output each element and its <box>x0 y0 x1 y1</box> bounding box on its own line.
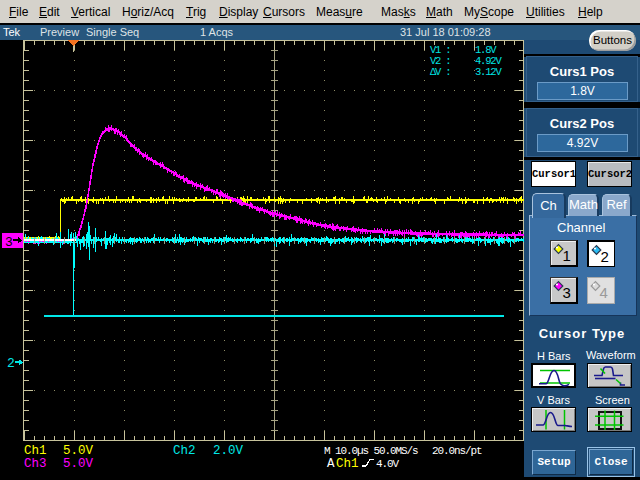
svg-text:Ch1: Ch1 <box>24 444 47 458</box>
svg-text:2.0V: 2.0V <box>213 444 244 458</box>
svg-text:5.0V: 5.0V <box>63 457 94 471</box>
svg-text:5.0V: 5.0V <box>63 444 94 458</box>
svg-text:Ch1: Ch1 <box>336 457 359 471</box>
svg-text:M 10.0µs 50.0MS/s: M 10.0µs 50.0MS/s <box>324 445 418 457</box>
svg-text:Ch2: Ch2 <box>173 444 196 458</box>
svg-text:Ch3: Ch3 <box>24 457 47 471</box>
svg-text:20.0ns/pt: 20.0ns/pt <box>432 445 482 457</box>
svg-text:1: 1 <box>563 247 571 264</box>
svg-text:3.12V: 3.12V <box>475 66 502 78</box>
svg-text:4: 4 <box>600 284 608 301</box>
svg-text:2: 2 <box>7 356 15 371</box>
svg-text:2: 2 <box>601 248 609 265</box>
svg-text:ΔV :: ΔV : <box>430 66 450 78</box>
svg-text:3: 3 <box>563 284 571 301</box>
svg-text:4.0V: 4.0V <box>376 458 400 470</box>
svg-text:3: 3 <box>5 235 13 250</box>
svg-text:A: A <box>327 457 335 471</box>
